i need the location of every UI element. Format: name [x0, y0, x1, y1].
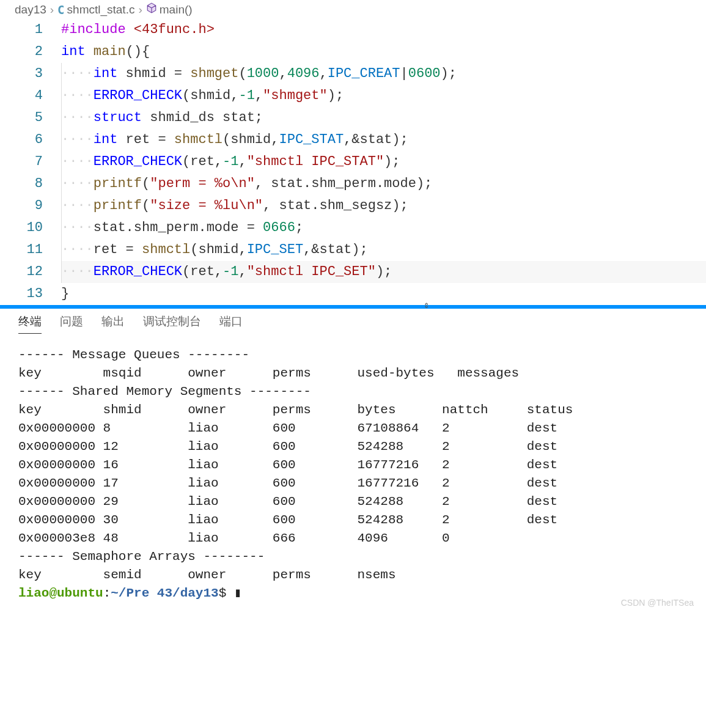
- panel-tab-0[interactable]: 终端: [18, 314, 42, 334]
- c-file-icon: C: [57, 3, 64, 17]
- line-number: 12: [0, 261, 43, 283]
- line-number: 6: [0, 129, 43, 151]
- symbol-method-icon: [146, 2, 157, 17]
- breadcrumb-symbol[interactable]: main(): [160, 3, 193, 17]
- line-number: 9: [0, 195, 43, 217]
- terminal-line: 0x00000000 17 liao 600 16777216 2 dest: [18, 474, 688, 493]
- terminal-line: ------ Message Queues --------: [18, 346, 688, 364]
- terminal-line: key shmid owner perms bytes nattch statu…: [18, 401, 688, 419]
- line-number: 8: [0, 173, 43, 195]
- panel-tab-3[interactable]: 调试控制台: [143, 314, 201, 334]
- terminal-line: 0x00000000 12 liao 600 524288 2 dest: [18, 438, 688, 456]
- code-content[interactable]: #include <43func.h>int main(){····int sh…: [61, 19, 706, 305]
- code-line[interactable]: ····ERROR_CHECK(ret,-1,"shmctl IPC_SET")…: [61, 261, 706, 283]
- breadcrumb-folder[interactable]: day13: [15, 3, 46, 17]
- line-number: 11: [0, 239, 43, 261]
- panel-tab-4[interactable]: 端口: [219, 314, 243, 334]
- code-line[interactable]: #include <43func.h>: [61, 19, 706, 41]
- line-number-gutter: 12345678910111213: [0, 19, 61, 305]
- code-line[interactable]: ····stat.shm_perm.mode = 0666;: [61, 217, 706, 239]
- terminal-line: ------ Shared Memory Segments --------: [18, 383, 688, 401]
- code-line[interactable]: ····int ret = shmctl(shmid,IPC_STAT,&sta…: [61, 129, 706, 151]
- code-line[interactable]: ····ERROR_CHECK(ret,-1,"shmctl IPC_STAT"…: [61, 151, 706, 173]
- code-line[interactable]: ····printf("size = %lu\n", stat.shm_segs…: [61, 195, 706, 217]
- terminal-line: key semid owner perms nsems: [18, 566, 688, 584]
- code-line[interactable]: ····printf("perm = %o\n", stat.shm_perm.…: [61, 173, 706, 195]
- breadcrumb-separator-icon: ›: [138, 3, 142, 17]
- code-line[interactable]: int main(){: [61, 41, 706, 63]
- panel-resize-handle[interactable]: [0, 305, 706, 309]
- code-line[interactable]: ····ERROR_CHECK(shmid,-1,"shmget");: [61, 85, 706, 107]
- line-number: 13: [0, 283, 43, 305]
- terminal-line: 0x000003e8 48 liao 666 4096 0: [18, 529, 688, 548]
- terminal-line: 0x00000000 30 liao 600 524288 2 dest: [18, 511, 688, 529]
- terminal-line: ------ Semaphore Arrays --------: [18, 548, 688, 566]
- panel-tabs: 终端问题输出调试控制台端口: [0, 309, 706, 334]
- terminal-line: 0x00000000 29 liao 600 524288 2 dest: [18, 493, 688, 511]
- code-line[interactable]: ····struct shmid_ds stat;: [61, 107, 706, 129]
- panel-tab-2[interactable]: 输出: [101, 314, 125, 334]
- panel-tab-1[interactable]: 问题: [60, 314, 83, 334]
- terminal-line: key msqid owner perms used-bytes message…: [18, 364, 688, 383]
- terminal-line: 0x00000000 8 liao 600 67108864 2 dest: [18, 419, 688, 438]
- code-line[interactable]: ····ret = shmctl(shmid,IPC_SET,&stat);: [61, 239, 706, 261]
- line-number: 3: [0, 63, 43, 85]
- line-number: 7: [0, 151, 43, 173]
- breadcrumb-separator-icon: ›: [50, 3, 54, 17]
- line-number: 10: [0, 217, 43, 239]
- code-line[interactable]: }: [61, 283, 706, 305]
- terminal-line: 0x00000000 16 liao 600 16777216 2 dest: [18, 456, 688, 474]
- line-number: 4: [0, 85, 43, 107]
- code-editor[interactable]: 12345678910111213 #include <43func.h>int…: [0, 19, 706, 305]
- line-number: 2: [0, 41, 43, 63]
- breadcrumb: day13 › C shmctl_stat.c › main(): [0, 0, 706, 19]
- code-line[interactable]: ····int shmid = shmget(1000,4096,IPC_CRE…: [61, 63, 706, 85]
- watermark: CSDN @TheITSea: [0, 598, 706, 608]
- line-number: 5: [0, 107, 43, 129]
- breadcrumb-file[interactable]: shmctl_stat.c: [67, 3, 135, 17]
- line-number: 1: [0, 19, 43, 41]
- terminal-output[interactable]: ------ Message Queues --------key msqid …: [0, 334, 706, 608]
